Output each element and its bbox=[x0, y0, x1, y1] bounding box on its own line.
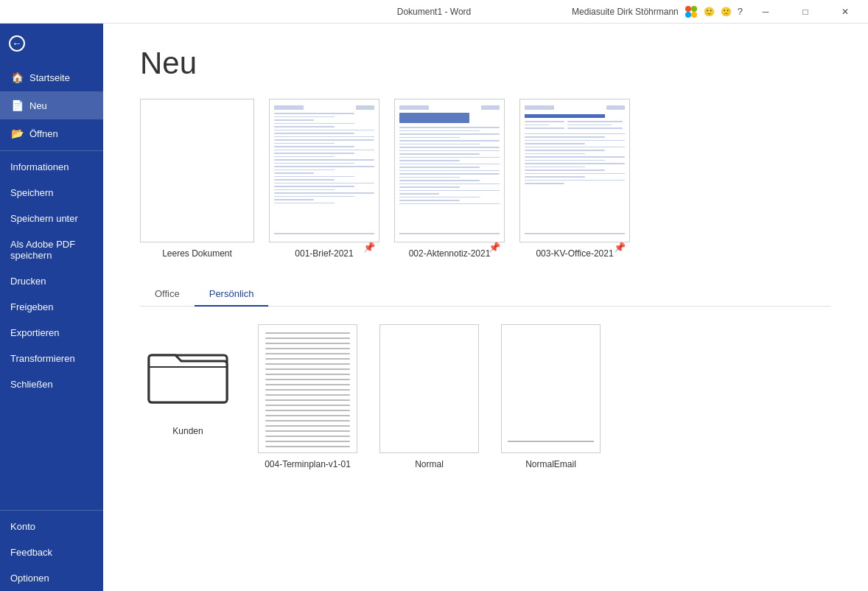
template-card-normalemail[interactable]: NormalEmail bbox=[501, 324, 601, 469]
sidebar-label-exportieren: Exportieren bbox=[10, 327, 59, 338]
blank-doc-thumb bbox=[140, 99, 254, 242]
template-name-002: 002-Aktennotiz-2021 bbox=[409, 248, 491, 259]
sidebar-label-informationen: Informationen bbox=[10, 161, 69, 172]
sad-face-icon[interactable]: 🙁 bbox=[721, 7, 732, 17]
personal-templates-row: Kunden bbox=[140, 324, 831, 469]
sidebar-label-feedback: Feedback bbox=[10, 547, 52, 558]
sidebar-item-speichern-unter[interactable]: Speichern unter bbox=[0, 206, 103, 231]
sidebar-item-drucken[interactable]: Drucken bbox=[0, 268, 103, 294]
home-icon: 🏠 bbox=[10, 71, 24, 84]
doc-thumb-003 bbox=[519, 99, 630, 242]
folder-name-kunden: Kunden bbox=[172, 426, 203, 436]
personal-doc-thumb-normalemail bbox=[501, 324, 601, 453]
pin-icon-002[interactable]: 📌 bbox=[489, 242, 500, 253]
svg-point-3 bbox=[691, 12, 697, 18]
sidebar-label-transformieren: Transformieren bbox=[10, 353, 75, 364]
sidebar-label-adobe-pdf: Als Adobe PDF speichern bbox=[10, 239, 93, 261]
app-body: ← 🏠 Startseite 📄 Neu 📂 Öffnen Informatio… bbox=[0, 24, 868, 591]
template-card-002-aktennotiz[interactable]: 002-Aktennotiz-2021 📌 bbox=[394, 99, 505, 259]
sidebar-item-exportieren[interactable]: Exportieren bbox=[0, 320, 103, 346]
sidebar-divider-1 bbox=[0, 150, 103, 151]
personal-doc-thumb-004 bbox=[258, 324, 357, 453]
help-icon[interactable]: ? bbox=[738, 6, 743, 17]
sidebar-item-informationen[interactable]: Informationen bbox=[0, 154, 103, 180]
sidebar-label-neu: Neu bbox=[29, 100, 47, 111]
sidebar-label-optionen: Optionen bbox=[10, 573, 49, 584]
sidebar-item-transformieren[interactable]: Transformieren bbox=[0, 346, 103, 371]
title-bar-right: Mediasuite Dirk Stöhrmann 🙂 🙁 ? ─ □ ✕ bbox=[572, 0, 862, 24]
sidebar-label-speichern: Speichern bbox=[10, 187, 54, 198]
folder-icon-wrap bbox=[140, 324, 236, 420]
top-templates-row: Leeres Dokument bbox=[140, 99, 831, 259]
personal-doc-name-normalemail: NormalEmail bbox=[525, 459, 576, 469]
sidebar-item-freigeben[interactable]: Freigeben bbox=[0, 294, 103, 320]
pin-icon-001[interactable]: 📌 bbox=[363, 242, 375, 253]
app-title: Dokument1 - Word bbox=[397, 7, 471, 17]
sidebar-label-drucken: Drucken bbox=[10, 276, 46, 287]
maximize-button[interactable]: □ bbox=[788, 0, 822, 24]
sidebar-label-startseite: Startseite bbox=[29, 72, 70, 83]
personal-doc-thumb-normal bbox=[379, 324, 479, 453]
sidebar-label-speichern-unter: Speichern unter bbox=[10, 213, 78, 224]
template-card-003-kv[interactable]: 003-KV-Office-2021 📌 bbox=[519, 99, 630, 259]
open-icon: 📂 bbox=[10, 127, 24, 140]
svg-point-2 bbox=[685, 12, 691, 18]
svg-point-0 bbox=[685, 6, 691, 12]
tab-office[interactable]: Office bbox=[140, 282, 195, 307]
close-button[interactable]: ✕ bbox=[828, 0, 862, 24]
sidebar-item-startseite[interactable]: 🏠 Startseite bbox=[0, 63, 103, 91]
happy-face-icon[interactable]: 🙂 bbox=[704, 7, 715, 17]
page-title: Neu bbox=[140, 46, 831, 81]
minimize-button[interactable]: ─ bbox=[749, 0, 783, 24]
sidebar-bottom: Konto Feedback Optionen bbox=[0, 510, 103, 591]
template-card-004-terminplan[interactable]: 004-Terminplan-v1-01 bbox=[258, 324, 357, 469]
sidebar-item-konto[interactable]: Konto bbox=[0, 514, 103, 539]
sidebar-label-freigeben: Freigeben bbox=[10, 301, 54, 312]
folder-icon bbox=[147, 339, 228, 405]
sidebar-item-schliessen[interactable]: Schließen bbox=[0, 371, 103, 397]
sidebar-label-konto: Konto bbox=[10, 521, 35, 532]
tab-persoenlich[interactable]: Persönlich bbox=[195, 282, 269, 307]
template-card-normal[interactable]: Normal bbox=[379, 324, 479, 469]
sidebar-item-oeffnen[interactable]: 📂 Öffnen bbox=[0, 119, 103, 147]
sidebar-item-speichern[interactable]: Speichern bbox=[0, 180, 103, 206]
main-content: Neu Leeres Dokument bbox=[103, 24, 868, 591]
new-doc-icon: 📄 bbox=[10, 99, 24, 112]
template-name-003: 003-KV-Office-2021 bbox=[536, 248, 613, 259]
back-button[interactable]: ← bbox=[0, 24, 103, 63]
sidebar-item-adobe-pdf[interactable]: Als Adobe PDF speichern bbox=[0, 231, 103, 268]
m365-icon bbox=[685, 5, 698, 18]
title-bar: Dokument1 - Word Mediasuite Dirk Stöhrma… bbox=[0, 0, 868, 24]
sidebar-item-neu[interactable]: 📄 Neu bbox=[0, 91, 103, 119]
personal-doc-name-normal: Normal bbox=[415, 459, 444, 469]
doc-thumb-001 bbox=[269, 99, 379, 242]
svg-point-1 bbox=[691, 6, 697, 12]
user-name: Mediasuite Dirk Stöhrmann bbox=[572, 7, 679, 17]
pin-icon-003[interactable]: 📌 bbox=[614, 242, 626, 253]
personal-doc-name-004: 004-Terminplan-v1-01 bbox=[265, 459, 351, 469]
title-bar-center: Dokument1 - Word bbox=[397, 7, 471, 17]
template-card-leeres-dokument[interactable]: Leeres Dokument bbox=[140, 99, 254, 259]
template-name-leeres-dokument: Leeres Dokument bbox=[162, 248, 232, 259]
doc-thumb-002 bbox=[394, 99, 505, 242]
back-arrow-icon: ← bbox=[9, 35, 25, 52]
sidebar-spacer bbox=[0, 397, 103, 510]
sidebar-label-oeffnen: Öffnen bbox=[29, 128, 58, 139]
sidebar-item-feedback[interactable]: Feedback bbox=[0, 539, 103, 565]
sidebar: ← 🏠 Startseite 📄 Neu 📂 Öffnen Informatio… bbox=[0, 24, 103, 591]
sidebar-label-schliessen: Schließen bbox=[10, 379, 53, 390]
template-card-001-brief[interactable]: 001-Brief-2021 📌 bbox=[269, 99, 379, 259]
folder-card-kunden[interactable]: Kunden bbox=[140, 324, 236, 436]
tabs-row: Office Persönlich bbox=[140, 282, 831, 307]
sidebar-item-optionen[interactable]: Optionen bbox=[0, 565, 103, 591]
template-name-001: 001-Brief-2021 bbox=[295, 248, 353, 259]
